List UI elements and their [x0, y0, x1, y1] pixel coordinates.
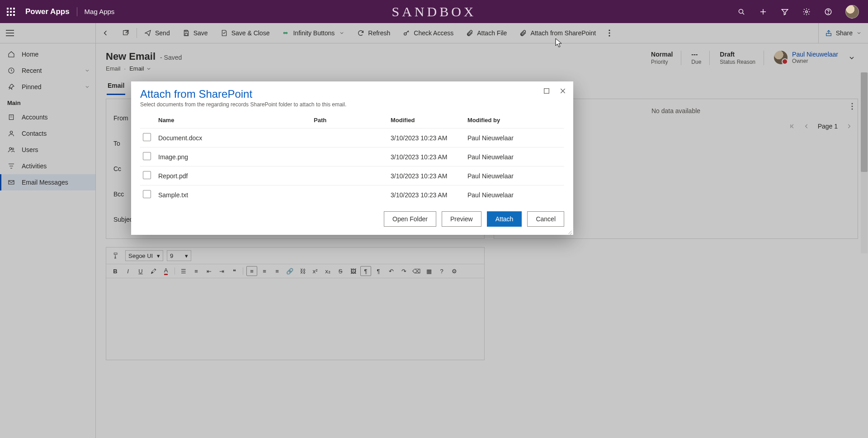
- row-checkbox[interactable]: [143, 133, 151, 141]
- superscript-icon[interactable]: x²: [310, 266, 321, 276]
- font-select[interactable]: Segoe UI▾: [125, 250, 163, 261]
- preview-button[interactable]: Preview: [442, 211, 481, 227]
- table-icon[interactable]: ▦: [424, 266, 434, 276]
- brand-label[interactable]: Power Apps: [25, 7, 70, 16]
- rtl-icon[interactable]: ¶: [373, 266, 384, 276]
- env-name[interactable]: Mag Apps: [85, 8, 115, 15]
- cmd-save-close[interactable]: Save & Close: [214, 23, 276, 43]
- cmd-overflow[interactable]: [602, 23, 617, 43]
- sidebar-item-activities[interactable]: Activities: [0, 158, 95, 174]
- bold-icon[interactable]: B: [110, 266, 121, 276]
- bullets-icon[interactable]: ☰: [178, 266, 189, 276]
- quote-icon[interactable]: ❝: [229, 266, 240, 276]
- stat-status-label: Status Reason: [720, 59, 755, 65]
- col-modified-by[interactable]: Modified by: [465, 113, 564, 129]
- attach-button[interactable]: Attach: [487, 211, 522, 227]
- close-icon[interactable]: [558, 86, 568, 96]
- share-button[interactable]: Share: [818, 23, 868, 43]
- app-launcher-button[interactable]: [0, 0, 22, 23]
- undo-icon[interactable]: ↶: [386, 266, 396, 276]
- crumb-entity[interactable]: Email: [106, 65, 121, 72]
- fullscreen-icon[interactable]: [542, 86, 552, 96]
- font-color-icon[interactable]: A: [160, 266, 171, 276]
- nav-pinned[interactable]: Pinned: [0, 79, 95, 95]
- col-modified[interactable]: Modified: [388, 113, 465, 129]
- ltr-icon[interactable]: ¶: [360, 266, 371, 276]
- open-folder-button[interactable]: Open Folder: [384, 211, 436, 227]
- file-row[interactable]: Report.pdf3/10/2023 10:23 AMPaul Nieuwel…: [140, 167, 564, 186]
- cmd-save[interactable]: Save: [176, 23, 214, 43]
- cmd-infinity[interactable]: Infinity Buttons: [276, 23, 351, 43]
- editor-help-icon[interactable]: ?: [436, 266, 447, 276]
- align-left-icon[interactable]: ≡: [246, 266, 257, 276]
- strike-icon[interactable]: S: [335, 266, 346, 276]
- align-center-icon[interactable]: ≡: [259, 266, 270, 276]
- file-row[interactable]: Document.docx3/10/2023 10:23 AMPaul Nieu…: [140, 129, 564, 148]
- site-map-toggle[interactable]: [0, 23, 20, 43]
- align-right-icon[interactable]: ≡: [272, 266, 283, 276]
- indent-icon[interactable]: ⇥: [216, 266, 227, 276]
- popout-button[interactable]: [116, 23, 136, 43]
- cell-modified: 3/10/2023 10:23 AM: [388, 167, 465, 186]
- next-page-icon[interactable]: [846, 123, 852, 129]
- gear-icon[interactable]: [802, 7, 811, 16]
- first-page-icon[interactable]: [789, 123, 795, 129]
- crumb-form[interactable]: Email: [129, 65, 151, 72]
- cmd-send[interactable]: Send: [138, 23, 176, 43]
- home-icon: [7, 51, 15, 58]
- side-card-menu[interactable]: [851, 103, 853, 110]
- unlink-icon[interactable]: ⛓: [297, 266, 308, 276]
- sidebar-item-accounts[interactable]: Accounts: [0, 109, 95, 125]
- font-size-select[interactable]: 9▾: [167, 250, 191, 261]
- clear-icon[interactable]: ⌫: [411, 266, 422, 276]
- owner-role: Owner: [792, 58, 838, 64]
- link-icon[interactable]: 🔗: [284, 266, 295, 276]
- file-row[interactable]: Sample.txt3/10/2023 10:23 AMPaul Nieuwel…: [140, 186, 564, 205]
- header-expand-toggle[interactable]: [848, 54, 855, 62]
- prev-page-icon[interactable]: [803, 123, 810, 129]
- row-checkbox[interactable]: [143, 171, 151, 179]
- owner-name[interactable]: Paul Nieuwelaar: [792, 51, 838, 58]
- help-icon[interactable]: [824, 7, 833, 16]
- cmd-refresh[interactable]: Refresh: [351, 23, 396, 43]
- cancel-button[interactable]: Cancel: [527, 211, 564, 227]
- filter-icon[interactable]: [780, 7, 789, 16]
- sidebar-item-contacts[interactable]: Contacts: [0, 125, 95, 142]
- nav-recent[interactable]: Recent: [0, 62, 95, 79]
- outdent-icon[interactable]: ⇤: [203, 266, 214, 276]
- scrollbar[interactable]: [861, 72, 868, 253]
- tab-email[interactable]: Email: [107, 78, 125, 95]
- svg-point-10: [404, 33, 406, 35]
- save-close-icon: [221, 29, 228, 37]
- editor-canvas[interactable]: [106, 278, 484, 360]
- col-name[interactable]: Name: [156, 113, 311, 129]
- editor-settings-icon[interactable]: ⚙: [449, 266, 460, 276]
- resize-grip[interactable]: [567, 229, 572, 234]
- cmd-label: Check Access: [414, 29, 453, 37]
- sidebar-item-users[interactable]: Users: [0, 142, 95, 158]
- file-row[interactable]: Image.png3/10/2023 10:23 AMPaul Nieuwela…: [140, 148, 564, 167]
- italic-icon[interactable]: I: [123, 266, 133, 276]
- row-checkbox[interactable]: [143, 190, 151, 198]
- share-label: Share: [836, 29, 853, 37]
- search-icon[interactable]: [737, 7, 746, 16]
- plus-icon[interactable]: [759, 7, 768, 16]
- user-avatar[interactable]: [845, 5, 859, 19]
- nav-home[interactable]: Home: [0, 46, 95, 62]
- numbered-icon[interactable]: ≡: [191, 266, 202, 276]
- back-button[interactable]: [96, 23, 116, 43]
- infinity-icon: [282, 29, 289, 37]
- subscript-icon[interactable]: x₂: [322, 266, 333, 276]
- col-path[interactable]: Path: [311, 113, 388, 129]
- image-icon[interactable]: 🖼: [348, 266, 359, 276]
- cell-name: Image.png: [156, 148, 311, 167]
- cmd-check-access[interactable]: Check Access: [396, 23, 460, 43]
- cmd-attach-file[interactable]: Attach File: [460, 23, 513, 43]
- row-checkbox[interactable]: [143, 152, 151, 160]
- redo-icon[interactable]: ↷: [398, 266, 409, 276]
- underline-icon[interactable]: U: [135, 266, 146, 276]
- owner-avatar[interactable]: [774, 51, 788, 64]
- format-painter-icon[interactable]: [111, 252, 122, 259]
- highlight-icon[interactable]: 🖍: [148, 266, 159, 276]
- sidebar-item-email-messages[interactable]: Email Messages: [0, 174, 95, 190]
